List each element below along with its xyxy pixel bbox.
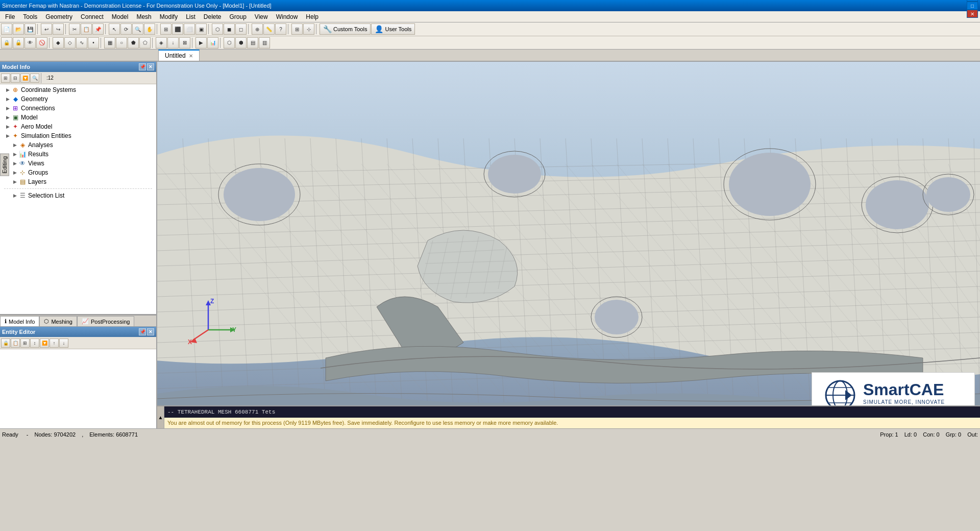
menu-delete[interactable]: Delete [200, 12, 226, 21]
panel-tab-model-info[interactable]: ℹ Model Info [0, 316, 39, 326]
expand-model[interactable]: ▶ [4, 114, 11, 121]
tb-zoom[interactable]: 🔍 [132, 23, 143, 35]
viewport[interactable]: Z Y X [157, 62, 980, 428]
tb-view-front[interactable]: ⬛ [172, 23, 183, 35]
tb-new[interactable]: 📄 [1, 23, 12, 35]
ee-down[interactable]: ↓ [59, 339, 68, 348]
tb-wireframe[interactable]: ⬡ [212, 23, 223, 35]
tb2-curve[interactable]: ∿ [76, 37, 87, 49]
tb-redo[interactable]: ↪ [53, 23, 64, 35]
tb-measure[interactable]: 📏 [263, 23, 275, 35]
entity-editor-close[interactable]: ✕ [147, 328, 154, 335]
tree-item-selection-list[interactable]: ▶ ☰ Selection List [0, 191, 156, 200]
expand-coordinate-systems[interactable]: ▶ [4, 86, 11, 93]
tb2-geom[interactable]: ⬡ [224, 37, 235, 49]
tree-item-groups[interactable]: ▶ ⊹ Groups [0, 168, 156, 177]
tb2-hide[interactable]: 🚫 [36, 37, 47, 49]
tb2-bc[interactable]: ◈ [156, 37, 167, 49]
tb-open[interactable]: 📂 [13, 23, 24, 35]
tb-fit[interactable]: ⊞ [160, 23, 172, 35]
tb-pan[interactable]: ✋ [144, 23, 155, 35]
ee-filter[interactable]: 🔽 [40, 339, 49, 348]
tb2-unlock[interactable]: 🔓 [13, 37, 24, 49]
tb-cut[interactable]: ✂ [69, 23, 80, 35]
tb2-node[interactable]: ○ [116, 37, 127, 49]
panel-tb-search[interactable]: 🔍 [30, 74, 39, 83]
command-handle[interactable]: ▲ [157, 406, 164, 428]
ee-group[interactable]: ⊞ [20, 339, 30, 348]
tree-item-geometry[interactable]: ▶ ◆ Geometry [0, 94, 156, 104]
expand-selection-list[interactable]: ▶ [11, 192, 18, 199]
tb2-constraint[interactable]: ⊠ [179, 37, 190, 49]
tb-save[interactable]: 💾 [24, 23, 36, 35]
tb2-show[interactable]: 👁 [24, 37, 36, 49]
tb-view-top[interactable]: ⬜ [184, 23, 195, 35]
panel-tb-collapse[interactable]: ⊟ [11, 74, 20, 83]
side-tab[interactable]: Editing [0, 154, 9, 176]
expand-views[interactable]: ▶ [11, 160, 18, 167]
menu-group[interactable]: Group [226, 12, 251, 21]
tb-axes[interactable]: ⊹ [303, 23, 314, 35]
menu-model[interactable]: Model [108, 12, 133, 21]
ee-copy[interactable]: 📋 [11, 339, 20, 348]
expand-groups[interactable]: ▶ [11, 169, 18, 176]
ee-lock[interactable]: 🔒 [1, 339, 10, 348]
menu-list[interactable]: List [182, 12, 200, 21]
tb-grid[interactable]: ⊞ [291, 23, 303, 35]
tb-rotate[interactable]: ⟳ [120, 23, 132, 35]
menu-view[interactable]: View [251, 12, 272, 21]
tree-item-layers[interactable]: ▶ ▤ Layers [0, 177, 156, 186]
tree-item-analyses[interactable]: ▶ ◈ Analyses [0, 140, 156, 150]
tb-select[interactable]: ↖ [109, 23, 120, 35]
menu-tools[interactable]: Tools [19, 12, 41, 21]
tb-paste[interactable]: 📌 [92, 23, 104, 35]
expand-aero-model[interactable]: ▶ [4, 123, 11, 130]
tree-item-views[interactable]: ▶ 👁 Views [0, 159, 156, 168]
menu-file[interactable]: File [1, 12, 19, 21]
maximize-button[interactable]: □ [967, 2, 978, 10]
tb2-geom2[interactable]: ⬢ [235, 37, 247, 49]
menu-connect[interactable]: Connect [77, 12, 108, 21]
tree-item-model[interactable]: ▶ ▣ Model [0, 113, 156, 122]
tree-item-results[interactable]: ▶ 📊 Results [0, 150, 156, 159]
ee-sort[interactable]: ↕ [30, 339, 39, 348]
tb2-lock[interactable]: 🔒 [1, 37, 12, 49]
tb2-point[interactable]: • [88, 37, 99, 49]
tb2-mesh3[interactable]: ▥ [259, 37, 270, 49]
tb2-load[interactable]: ↓ [167, 37, 179, 49]
tree-item-aero-model[interactable]: ▶ ✦ Aero Model [0, 122, 156, 131]
entity-editor-pin[interactable]: 📌 [139, 328, 146, 335]
tb-copy[interactable]: 📋 [81, 23, 92, 35]
tb2-results-view[interactable]: 📊 [207, 37, 218, 49]
close-button[interactable]: ✕ [967, 10, 978, 18]
menu-help[interactable]: Help [302, 12, 323, 21]
panel-pin-button[interactable]: 📌 [139, 63, 146, 70]
tb2-mesh2[interactable]: ▤ [247, 37, 258, 49]
panel-tab-meshing[interactable]: ⬡ Meshing [39, 316, 77, 326]
menu-window[interactable]: Window [272, 12, 302, 21]
expand-geometry[interactable]: ▶ [4, 95, 11, 103]
tb-query[interactable]: ? [275, 23, 286, 35]
expand-layers[interactable]: ▶ [11, 178, 18, 185]
user-tools-button[interactable]: 👤 User Tools [371, 23, 415, 35]
tab-close[interactable]: ✕ [189, 53, 193, 59]
expand-connections[interactable]: ▶ [4, 105, 11, 112]
expand-results[interactable]: ▶ [11, 151, 18, 158]
tb2-surface[interactable]: ◇ [64, 37, 76, 49]
tb2-solid[interactable]: ◆ [53, 37, 64, 49]
tab-untitled[interactable]: Untitled ✕ [158, 50, 200, 61]
tb-hidden[interactable]: ◻ [235, 23, 247, 35]
tb-shaded[interactable]: ◼ [224, 23, 235, 35]
tb-snap[interactable]: ⊕ [252, 23, 263, 35]
tb2-material[interactable]: ⬟ [128, 37, 139, 49]
ee-up[interactable]: ↑ [50, 339, 59, 348]
tree-item-simulation-entities[interactable]: ▶ ✦ Simulation Entities [0, 131, 156, 140]
panel-tb-expand[interactable]: ⊞ [1, 74, 10, 83]
tb-view-right[interactable]: ▣ [195, 23, 207, 35]
menu-geometry[interactable]: Geometry [41, 12, 77, 21]
expand-simulation-entities[interactable]: ▶ [4, 132, 11, 139]
panel-tb-filter[interactable]: 🔽 [20, 74, 30, 83]
tb2-property[interactable]: ⬠ [139, 37, 151, 49]
menu-mesh[interactable]: Mesh [132, 12, 155, 21]
custom-tools-button[interactable]: 🔧 Custom Tools [320, 23, 371, 35]
